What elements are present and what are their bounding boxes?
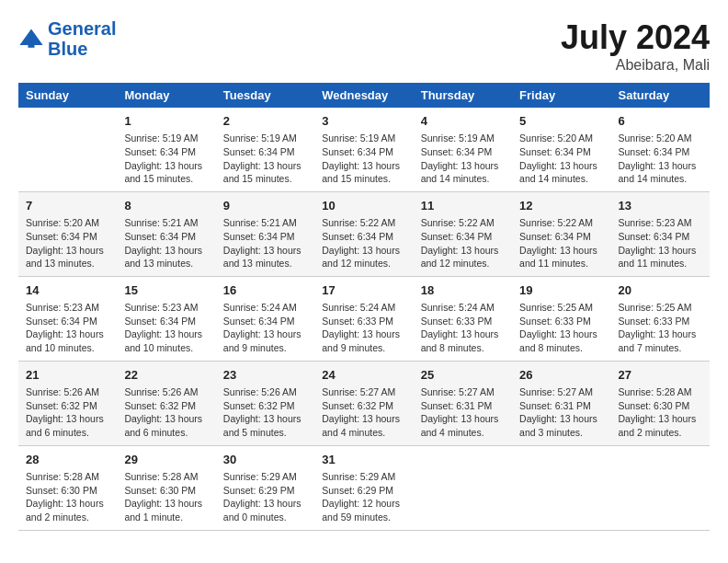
calendar-day-cell: 13Sunrise: 5:23 AMSunset: 6:34 PMDayligh… <box>611 191 710 276</box>
day-number: 9 <box>223 198 307 214</box>
calendar-day-cell: 17Sunrise: 5:24 AMSunset: 6:33 PMDayligh… <box>314 276 413 361</box>
calendar-day-cell: 31Sunrise: 5:29 AMSunset: 6:29 PMDayligh… <box>314 445 413 530</box>
calendar-day-cell: 28Sunrise: 5:28 AMSunset: 6:30 PMDayligh… <box>18 445 117 530</box>
calendar-day-cell <box>414 445 512 530</box>
day-number: 26 <box>519 367 603 384</box>
calendar-day-cell: 16Sunrise: 5:24 AMSunset: 6:34 PMDayligh… <box>216 276 314 361</box>
weekday-header: Tuesday <box>216 83 314 108</box>
title-block: July 2024 Abeibara, Mali <box>561 18 710 74</box>
day-info: Sunrise: 5:24 AMSunset: 6:34 PMDaylight:… <box>223 301 307 355</box>
day-info: Sunrise: 5:25 AMSunset: 6:33 PMDaylight:… <box>519 301 603 355</box>
calendar-day-cell: 19Sunrise: 5:25 AMSunset: 6:33 PMDayligh… <box>512 276 610 361</box>
svg-marker-0 <box>19 29 42 46</box>
weekday-header: Friday <box>512 83 610 108</box>
day-info: Sunrise: 5:27 AMSunset: 6:31 PMDaylight:… <box>421 385 505 440</box>
day-number: 16 <box>223 282 307 299</box>
calendar-week-row: 7Sunrise: 5:20 AMSunset: 6:34 PMDaylight… <box>18 191 710 276</box>
day-info: Sunrise: 5:25 AMSunset: 6:33 PMDaylight:… <box>619 301 702 355</box>
day-number: 14 <box>26 282 109 299</box>
calendar-day-cell: 8Sunrise: 5:21 AMSunset: 6:34 PMDaylight… <box>117 191 215 276</box>
day-number: 7 <box>26 198 109 214</box>
day-info: Sunrise: 5:19 AMSunset: 6:34 PMDaylight:… <box>322 132 405 186</box>
day-info: Sunrise: 5:20 AMSunset: 6:34 PMDaylight:… <box>26 216 109 270</box>
calendar-day-cell: 7Sunrise: 5:20 AMSunset: 6:34 PMDaylight… <box>18 191 117 276</box>
calendar-day-cell: 5Sunrise: 5:20 AMSunset: 6:34 PMDaylight… <box>512 108 610 191</box>
day-info: Sunrise: 5:20 AMSunset: 6:34 PMDaylight:… <box>619 132 702 186</box>
calendar-day-cell: 2Sunrise: 5:19 AMSunset: 6:34 PMDaylight… <box>216 108 314 191</box>
weekday-header: Saturday <box>611 83 710 108</box>
calendar-day-cell: 27Sunrise: 5:28 AMSunset: 6:30 PMDayligh… <box>611 361 710 445</box>
day-number: 3 <box>322 113 405 130</box>
day-number: 12 <box>519 198 603 214</box>
logo: GeneralBlue <box>18 18 116 59</box>
day-number: 1 <box>124 113 208 130</box>
page-header: GeneralBlue July 2024 Abeibara, Mali <box>18 18 710 74</box>
calendar-day-cell: 26Sunrise: 5:27 AMSunset: 6:31 PMDayligh… <box>512 361 610 445</box>
calendar-day-cell: 6Sunrise: 5:20 AMSunset: 6:34 PMDaylight… <box>611 108 710 191</box>
day-info: Sunrise: 5:23 AMSunset: 6:34 PMDaylight:… <box>26 301 109 355</box>
calendar-day-cell: 9Sunrise: 5:21 AMSunset: 6:34 PMDaylight… <box>216 191 314 276</box>
day-info: Sunrise: 5:22 AMSunset: 6:34 PMDaylight:… <box>322 216 405 270</box>
day-number: 22 <box>124 367 208 384</box>
calendar-day-cell <box>611 445 710 530</box>
calendar-day-cell: 15Sunrise: 5:23 AMSunset: 6:34 PMDayligh… <box>117 276 215 361</box>
calendar-day-cell: 24Sunrise: 5:27 AMSunset: 6:32 PMDayligh… <box>314 361 413 445</box>
day-info: Sunrise: 5:19 AMSunset: 6:34 PMDaylight:… <box>223 132 307 186</box>
calendar-day-cell: 1Sunrise: 5:19 AMSunset: 6:34 PMDaylight… <box>117 108 215 191</box>
weekday-header: Wednesday <box>314 83 413 108</box>
day-info: Sunrise: 5:28 AMSunset: 6:30 PMDaylight:… <box>124 470 208 524</box>
calendar-week-row: 28Sunrise: 5:28 AMSunset: 6:30 PMDayligh… <box>18 445 710 530</box>
calendar-day-cell: 23Sunrise: 5:26 AMSunset: 6:32 PMDayligh… <box>216 361 314 445</box>
day-info: Sunrise: 5:28 AMSunset: 6:30 PMDaylight:… <box>26 470 109 524</box>
weekday-header: Monday <box>117 83 215 108</box>
calendar-day-cell: 11Sunrise: 5:22 AMSunset: 6:34 PMDayligh… <box>414 191 512 276</box>
logo-text: GeneralBlue <box>48 18 116 59</box>
day-number: 20 <box>619 282 702 299</box>
day-info: Sunrise: 5:23 AMSunset: 6:34 PMDaylight:… <box>619 216 702 270</box>
day-info: Sunrise: 5:24 AMSunset: 6:33 PMDaylight:… <box>421 301 505 355</box>
subtitle: Abeibara, Mali <box>561 57 710 74</box>
calendar-day-cell <box>512 445 610 530</box>
day-number: 2 <box>223 113 307 130</box>
logo-icon <box>18 26 44 52</box>
day-info: Sunrise: 5:26 AMSunset: 6:32 PMDaylight:… <box>223 385 307 440</box>
day-number: 28 <box>26 452 109 468</box>
calendar-week-row: 1Sunrise: 5:19 AMSunset: 6:34 PMDaylight… <box>18 108 710 191</box>
day-number: 29 <box>124 452 208 468</box>
day-number: 8 <box>124 198 208 214</box>
day-number: 30 <box>223 452 307 468</box>
day-info: Sunrise: 5:19 AMSunset: 6:34 PMDaylight:… <box>421 132 505 186</box>
day-info: Sunrise: 5:28 AMSunset: 6:30 PMDaylight:… <box>619 385 702 440</box>
day-number: 25 <box>421 367 505 384</box>
calendar-day-cell: 12Sunrise: 5:22 AMSunset: 6:34 PMDayligh… <box>512 191 610 276</box>
day-number: 13 <box>619 198 702 214</box>
calendar-day-cell: 21Sunrise: 5:26 AMSunset: 6:32 PMDayligh… <box>18 361 117 445</box>
calendar-day-cell: 10Sunrise: 5:22 AMSunset: 6:34 PMDayligh… <box>314 191 413 276</box>
day-info: Sunrise: 5:21 AMSunset: 6:34 PMDaylight:… <box>124 216 208 270</box>
svg-rect-1 <box>28 44 35 48</box>
day-info: Sunrise: 5:29 AMSunset: 6:29 PMDaylight:… <box>322 470 405 524</box>
calendar-day-cell: 18Sunrise: 5:24 AMSunset: 6:33 PMDayligh… <box>414 276 512 361</box>
day-number: 27 <box>619 367 702 384</box>
day-number: 23 <box>223 367 307 384</box>
calendar-day-cell: 25Sunrise: 5:27 AMSunset: 6:31 PMDayligh… <box>414 361 512 445</box>
main-title: July 2024 <box>561 18 710 57</box>
day-info: Sunrise: 5:20 AMSunset: 6:34 PMDaylight:… <box>519 132 603 186</box>
calendar-week-row: 21Sunrise: 5:26 AMSunset: 6:32 PMDayligh… <box>18 361 710 445</box>
day-number: 10 <box>322 198 405 214</box>
calendar-day-cell: 3Sunrise: 5:19 AMSunset: 6:34 PMDaylight… <box>314 108 413 191</box>
day-info: Sunrise: 5:22 AMSunset: 6:34 PMDaylight:… <box>421 216 505 270</box>
day-number: 17 <box>322 282 405 299</box>
calendar-table: SundayMondayTuesdayWednesdayThursdayFrid… <box>18 83 710 531</box>
calendar-day-cell: 20Sunrise: 5:25 AMSunset: 6:33 PMDayligh… <box>611 276 710 361</box>
day-info: Sunrise: 5:29 AMSunset: 6:29 PMDaylight:… <box>223 470 307 524</box>
weekday-header: Sunday <box>18 83 117 108</box>
calendar-day-cell: 30Sunrise: 5:29 AMSunset: 6:29 PMDayligh… <box>216 445 314 530</box>
day-info: Sunrise: 5:26 AMSunset: 6:32 PMDaylight:… <box>26 385 109 440</box>
day-info: Sunrise: 5:27 AMSunset: 6:32 PMDaylight:… <box>322 385 405 440</box>
calendar-week-row: 14Sunrise: 5:23 AMSunset: 6:34 PMDayligh… <box>18 276 710 361</box>
day-info: Sunrise: 5:27 AMSunset: 6:31 PMDaylight:… <box>519 385 603 440</box>
weekday-header-row: SundayMondayTuesdayWednesdayThursdayFrid… <box>18 83 710 108</box>
day-info: Sunrise: 5:19 AMSunset: 6:34 PMDaylight:… <box>124 132 208 186</box>
calendar-day-cell: 29Sunrise: 5:28 AMSunset: 6:30 PMDayligh… <box>117 445 215 530</box>
